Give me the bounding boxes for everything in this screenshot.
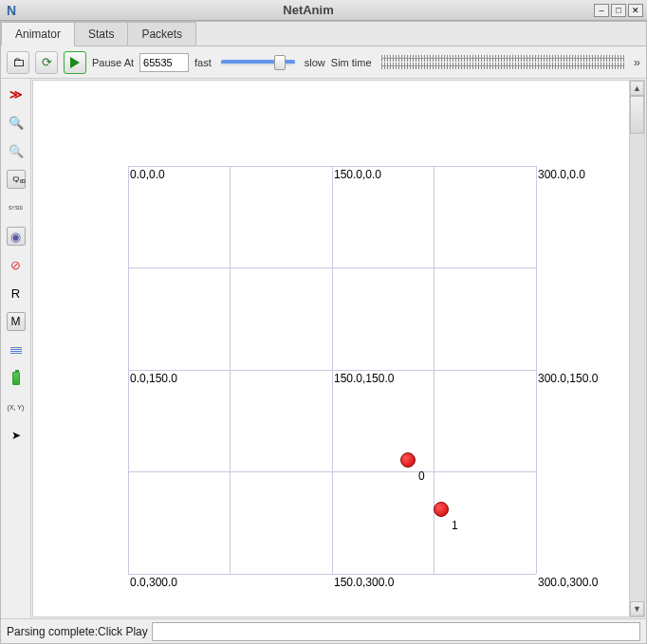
coord-br: 300.0,300.0: [538, 576, 598, 589]
battery-icon: [12, 372, 20, 385]
coord-tl: 0.0,0.0: [130, 168, 165, 181]
minimize-button[interactable]: –: [594, 4, 609, 17]
sysid-toggle[interactable]: SYSID: [7, 198, 26, 217]
sysid-icon: SYSID: [9, 205, 23, 211]
play-button[interactable]: [64, 51, 86, 74]
sim-time-slider[interactable]: [381, 55, 624, 69]
toolbar-more-icon[interactable]: »: [634, 55, 640, 69]
cursor-icon: ➤: [11, 429, 21, 442]
window-controls: – □ ✕: [594, 4, 643, 17]
scroll-track[interactable]: [630, 96, 644, 601]
zoom-in-button[interactable]: 🔍: [7, 113, 26, 132]
coord-bc: 150.0,300.0: [334, 576, 394, 589]
app-icon: N: [4, 3, 19, 18]
reset-button[interactable]: R: [7, 284, 26, 303]
vertical-scrollbar[interactable]: ▲ ▼: [629, 81, 644, 616]
id-icon: 🗨ID: [12, 176, 19, 183]
grid: 0.0,0.0 150.0,0.0 300.0,0.0 0.0,150.0 15…: [128, 166, 536, 574]
tab-bar: Animator Stats Packets: [1, 22, 646, 46]
status-bar: Parsing complete:Click Play: [1, 618, 646, 643]
close-button[interactable]: ✕: [628, 4, 643, 17]
top-toolbar: 🗀 ⟳ Pause At fast slow Sim time »: [1, 46, 646, 79]
arrow-right-icon: ≫: [9, 87, 23, 101]
m-button[interactable]: M: [7, 312, 26, 331]
window-body: Animator Stats Packets 🗀 ⟳ Pause At fast…: [0, 21, 647, 644]
canvas-wrap: 0.0,0.0 150.0,0.0 300.0,0.0 0.0,150.0 15…: [32, 80, 645, 617]
coord-bl: 0.0,300.0: [130, 576, 177, 589]
tab-stats[interactable]: Stats: [74, 22, 128, 46]
zoom-out-icon: 🔍: [9, 144, 24, 158]
pause-at-label: Pause At: [92, 57, 134, 68]
lines-button[interactable]: [7, 340, 26, 359]
window-title: NetAnim: [23, 3, 594, 17]
node-id-toggle[interactable]: 🗨ID: [7, 170, 26, 189]
pause-at-input[interactable]: [139, 53, 189, 72]
spiral-button[interactable]: ◉: [7, 227, 26, 246]
m-icon: M: [11, 315, 21, 328]
folder-icon: 🗀: [12, 55, 25, 69]
titlebar: N NetAnim – □ ✕: [0, 0, 647, 21]
coord-tc: 150.0,0.0: [334, 168, 381, 181]
slow-label: slow: [305, 57, 325, 68]
fast-label: fast: [194, 57, 212, 68]
disable-button[interactable]: ⊘: [7, 255, 26, 274]
scroll-down-icon[interactable]: ▼: [630, 601, 644, 616]
zoom-in-icon: 🔍: [9, 116, 24, 130]
coord-mr: 300.0,150.0: [538, 372, 598, 385]
node-0-label: 0: [418, 469, 425, 483]
scroll-up-icon[interactable]: ▲: [630, 81, 644, 96]
maximize-button[interactable]: □: [611, 4, 626, 17]
xy-icon: (X, Y): [8, 404, 25, 411]
select-button[interactable]: ➤: [7, 426, 26, 445]
play-icon: [70, 57, 80, 68]
node-1[interactable]: [434, 502, 449, 517]
battery-button[interactable]: [7, 369, 26, 388]
xy-button[interactable]: (X, Y): [7, 397, 26, 416]
side-toolbar: ≫ 🔍 🔍 🗨ID SYSID ◉ ⊘ R: [1, 79, 31, 618]
coord-tr: 300.0,0.0: [538, 168, 585, 181]
step-forward-button[interactable]: ≫: [7, 84, 26, 103]
speed-slider[interactable]: [221, 60, 295, 65]
tab-animator[interactable]: Animator: [1, 22, 75, 46]
status-text: Parsing complete:Click Play: [7, 625, 148, 638]
coord-mc: 150.0,150.0: [334, 372, 394, 385]
zoom-out-button[interactable]: 🔍: [7, 141, 26, 160]
coord-ml: 0.0,150.0: [130, 372, 177, 385]
canvas[interactable]: 0.0,0.0 150.0,0.0 300.0,0.0 0.0,150.0 15…: [33, 81, 629, 616]
ban-icon: ⊘: [10, 258, 21, 272]
tab-packets[interactable]: Packets: [127, 22, 196, 46]
lines-icon: [10, 347, 22, 354]
open-file-button[interactable]: 🗀: [7, 51, 29, 74]
status-field[interactable]: [152, 622, 640, 641]
sim-time-label: Sim time: [331, 57, 372, 68]
main-area: ≫ 🔍 🔍 🗨ID SYSID ◉ ⊘ R: [1, 79, 646, 618]
scroll-thumb[interactable]: [630, 96, 644, 134]
speed-slider-thumb[interactable]: [274, 55, 286, 70]
node-0[interactable]: [400, 452, 416, 468]
r-icon: R: [11, 286, 20, 301]
spiral-icon: ◉: [10, 230, 21, 244]
node-1-label: 1: [452, 519, 458, 532]
reload-icon: ⟳: [42, 55, 52, 69]
reload-button[interactable]: ⟳: [35, 51, 58, 74]
